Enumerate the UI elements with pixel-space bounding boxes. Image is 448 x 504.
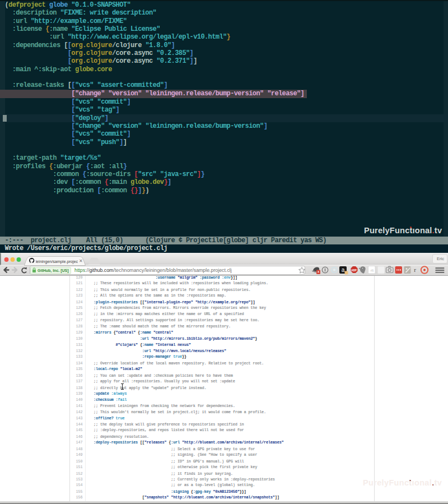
svg-text:ABP: ABP — [351, 269, 357, 272]
svg-text:a: a — [342, 267, 345, 273]
svg-text:r: r — [414, 266, 416, 273]
svg-text:.clj: .clj — [370, 269, 374, 272]
